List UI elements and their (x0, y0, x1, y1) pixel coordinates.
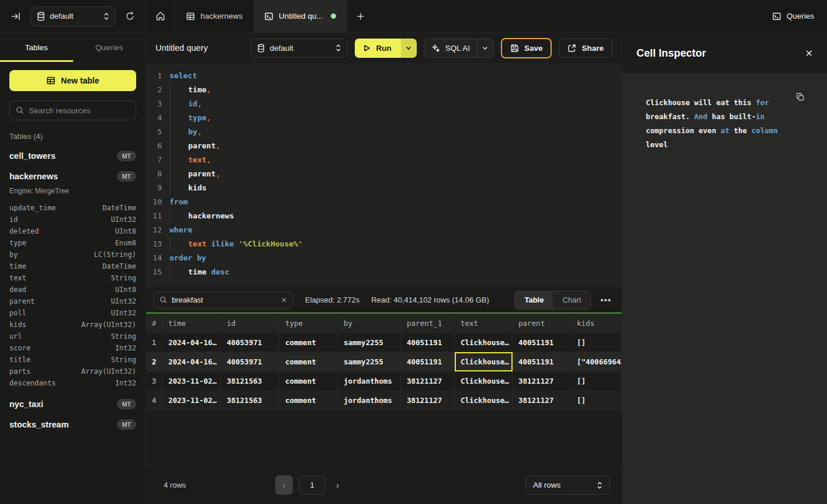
column-header[interactable]: text (455, 314, 513, 333)
editor-line[interactable]: 6parent, (146, 139, 622, 153)
new-tab-button[interactable] (347, 0, 374, 32)
table-cell[interactable]: [] (571, 391, 622, 410)
table-cell[interactable]: comment (279, 371, 338, 391)
topbar-database-selector[interactable]: default (30, 6, 116, 26)
table-cell[interactable]: 38121563 (221, 371, 279, 391)
editor-line[interactable]: 11hackernews (146, 209, 622, 223)
editor-line[interactable]: 7text, (146, 153, 622, 167)
table-cell[interactable]: comment (279, 391, 338, 410)
sql-editor[interactable]: 1select2time,3id,4type,5by,6parent,7text… (146, 63, 622, 287)
table-cell[interactable]: 38121127 (513, 391, 571, 410)
table-cell[interactable]: 40053971 (221, 333, 279, 352)
column-header[interactable]: kids (571, 314, 622, 333)
table-cell[interactable]: 40051191 (401, 333, 455, 352)
editor-line[interactable]: 15time desc (146, 265, 622, 279)
next-page-button[interactable]: › (331, 478, 344, 492)
editor-line[interactable]: 9kids (146, 181, 622, 195)
table-cell[interactable]: comment (279, 352, 338, 371)
sidebar-item-stocks-stream[interactable]: stocks_stream MT (9, 419, 136, 430)
view-toggle-table[interactable]: Table (515, 291, 553, 309)
table-cell[interactable]: Clickhouse… (455, 371, 513, 391)
table-cell[interactable]: 40051191 (513, 333, 571, 352)
refresh-button[interactable] (123, 9, 137, 23)
cell-text: compression even (646, 126, 721, 135)
query-database-selector[interactable]: default (251, 39, 348, 58)
table-cell[interactable]: Clickhouse… (455, 391, 513, 410)
table-cell[interactable]: Clickhouse… (455, 352, 513, 371)
page-number-input[interactable] (299, 475, 326, 495)
table-cell[interactable]: jordanthoms (338, 371, 401, 391)
table-cell[interactable]: 40051191 (513, 352, 571, 371)
column-header[interactable]: parent_1 (401, 314, 455, 333)
editor-line[interactable]: 14order by (146, 251, 622, 265)
table-cell[interactable]: [] (571, 371, 622, 391)
sidebar-tab-tables[interactable]: Tables (0, 33, 73, 62)
editor-line[interactable]: 4type, (146, 111, 622, 125)
tab-home[interactable] (146, 0, 175, 32)
engine-badge: MT (117, 171, 136, 182)
table-cell[interactable]: 2024-04-16… (162, 333, 221, 352)
editor-line[interactable]: 12where (146, 223, 622, 237)
clear-search-button[interactable]: ✕ (281, 296, 287, 304)
column-name: score (9, 342, 30, 354)
sql-ai-caret[interactable] (477, 39, 493, 57)
line-number: 13 (146, 237, 169, 251)
new-table-button[interactable]: New table (9, 70, 136, 91)
editor-line[interactable]: 13text ilike '%ClickHouse%' (146, 237, 622, 251)
prev-page-button[interactable]: ‹ (275, 475, 293, 495)
table-cell[interactable]: 38121563 (221, 391, 279, 410)
search-resources-input[interactable] (29, 106, 130, 115)
copy-cell-button[interactable] (795, 92, 805, 102)
table-cell[interactable]: comment (279, 333, 338, 352)
sidebar-item-hackernews[interactable]: hackernews MT (9, 171, 136, 182)
results-search-input[interactable] (172, 296, 276, 304)
share-button[interactable]: Share (559, 39, 613, 58)
sql-ai-button[interactable]: SQL AI (424, 39, 494, 58)
table-cell[interactable]: sammy2255 (338, 352, 401, 371)
column-type: Enum8 (115, 237, 136, 249)
editor-line[interactable]: 2time, (146, 83, 622, 97)
table-cell[interactable]: 40051191 (401, 352, 455, 371)
queries-button[interactable]: Queries (772, 12, 814, 21)
editor-line[interactable]: 3id, (146, 97, 622, 111)
column-header[interactable]: time (162, 314, 221, 333)
view-toggle-chart[interactable]: Chart (553, 291, 590, 309)
table-cell[interactable]: sammy2255 (338, 333, 401, 352)
table-cell[interactable]: 38121127 (401, 371, 455, 391)
column-header[interactable]: type (279, 314, 338, 333)
sidebar-item-cell-towers[interactable]: cell_towers MT (9, 151, 136, 161)
column-header[interactable]: by (338, 314, 401, 333)
run-button-main[interactable]: Run (355, 39, 400, 58)
table-cell[interactable]: 2023-11-02… (162, 391, 221, 410)
editor-line[interactable]: 5by, (146, 125, 622, 139)
save-button[interactable]: Save (501, 38, 552, 58)
row-number-cell: 3 (146, 371, 162, 391)
tab-untitled-query[interactable]: Untitled qu... (254, 0, 347, 32)
editor-line[interactable]: 8parent, (146, 167, 622, 181)
table-cell[interactable]: 2023-11-02… (162, 371, 221, 391)
page-size-selector[interactable]: All rows (525, 475, 610, 495)
sql-ai-button-main[interactable]: SQL AI (424, 39, 477, 57)
main-panel: Untitled query default (146, 33, 622, 504)
close-inspector-button[interactable]: ✕ (805, 48, 813, 59)
table-cell[interactable]: jordanthoms (338, 391, 401, 410)
run-options-caret[interactable] (401, 39, 417, 58)
table-cell[interactable]: 2024-04-16… (162, 352, 221, 371)
column-header[interactable]: id (221, 314, 279, 333)
editor-line[interactable]: 1select (146, 69, 622, 83)
sidebar-item-nyc-taxi[interactable]: nyc_taxi MT (9, 399, 136, 409)
table-cell[interactable]: 38121127 (401, 391, 455, 410)
more-options-button[interactable]: ••• (597, 293, 615, 307)
table-cell[interactable]: 38121127 (513, 371, 571, 391)
table-cell[interactable]: [] (571, 333, 622, 352)
editor-line[interactable]: 10from (146, 195, 622, 209)
collapse-sidebar-button[interactable] (8, 9, 23, 24)
run-button[interactable]: Run (355, 39, 416, 58)
table-cell[interactable]: Clickhouse… (455, 333, 513, 352)
column-header[interactable]: # (146, 314, 162, 333)
sidebar-tab-queries[interactable]: Queries (73, 33, 146, 62)
table-cell[interactable]: 40053971 (221, 352, 279, 371)
table-cell[interactable]: ["40066964… (571, 352, 622, 371)
tab-hackernews[interactable]: hackernews (175, 0, 254, 32)
column-header[interactable]: parent (513, 314, 571, 333)
